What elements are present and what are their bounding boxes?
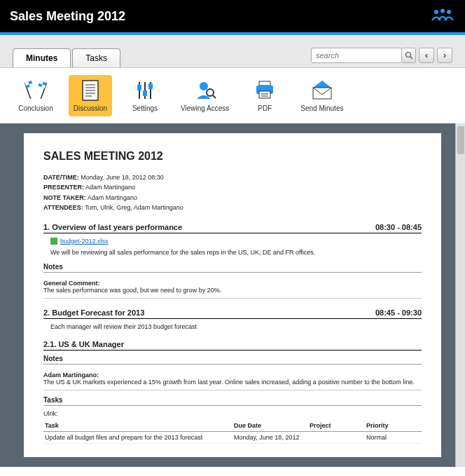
task-desc: Update all budget files and prepare for … [43, 431, 233, 443]
scrollbar-thumb[interactable] [457, 126, 464, 154]
notes-heading: Notes [43, 263, 422, 273]
search-input[interactable] [311, 48, 402, 63]
col-project: Project [308, 420, 365, 432]
agenda-subitem: 2.1. US & UK Manager Notes Adam Martinga… [43, 340, 422, 444]
note-author: General Comment: [43, 280, 422, 287]
search-button[interactable] [402, 48, 416, 63]
nav-next-button[interactable]: › [437, 48, 452, 63]
app-logo-icon [430, 6, 455, 27]
meta-label: DATE/TIME: [43, 174, 79, 181]
col-due: Due Date [233, 420, 308, 432]
envelope-icon [310, 79, 335, 102]
svg-rect-22 [143, 90, 147, 96]
tool-send-minutes[interactable]: Send Minutes [298, 75, 346, 116]
tool-label: Discussion [74, 104, 107, 112]
agenda-description: Each manager will review their 2013 budg… [50, 323, 422, 330]
svg-point-26 [207, 89, 214, 96]
notes-heading: Notes [43, 355, 422, 365]
agenda-title: 2.1. US & UK Manager [43, 340, 124, 348]
tab-minutes[interactable]: Minutes [13, 48, 71, 67]
note: General Comment: The sales performance w… [43, 277, 422, 299]
svg-rect-20 [137, 85, 141, 90]
chevron-left-icon: ‹ [425, 50, 428, 60]
tool-pdf[interactable]: PDF [243, 75, 286, 116]
meta-label: ATTENDEES: [43, 204, 83, 211]
svg-point-2 [447, 10, 451, 14]
xlsx-icon [50, 238, 57, 245]
titlebar: Sales Meeting 2012 [0, 0, 465, 32]
svg-point-1 [440, 9, 445, 13]
tool-label: Send Minutes [300, 104, 343, 112]
meta-value: Adam Martingano [88, 194, 137, 201]
agenda-header: 2. Budget Forecast for 2013 08:45 - 09:3… [43, 308, 422, 319]
task-due: Monday, June 18, 2012 [233, 431, 308, 443]
attachment: budget-2012.xlsx [50, 238, 422, 245]
doc-title: SALES MEETING 2012 [43, 150, 422, 163]
tasks-heading: Tasks [43, 396, 422, 406]
agenda-title: 2.2. DE Manager [43, 456, 103, 457]
agenda-title: 2. Budget Forecast for 2013 [43, 308, 144, 317]
note-author: Adam Martingano: [43, 372, 422, 379]
agenda-subitem: 2.2. DE Manager Notes [43, 456, 422, 457]
toolbar: Conclusion Discussion Settings Viewing A… [0, 68, 465, 123]
note-body: The sales performance was good, but we n… [43, 287, 221, 294]
note-body: The US & UK markets experienced a 15% gr… [43, 379, 415, 386]
vertical-scrollbar[interactable] [455, 123, 465, 467]
svg-rect-24 [148, 83, 153, 89]
tool-label: Settings [132, 104, 158, 112]
search-area: ‹ › [311, 48, 452, 67]
agenda-item: 1. Overview of last years performance 08… [43, 223, 422, 299]
agenda-header: 1. Overview of last years performance 08… [43, 223, 422, 233]
user-search-icon [193, 79, 218, 102]
meta-label: PRESENTER: [43, 184, 84, 191]
nav-prev-button[interactable]: ‹ [419, 48, 434, 63]
meta-label: NOTE TAKER: [43, 194, 86, 201]
meta-value: Tom, Ulrik, Greg, Adam Martingano [85, 204, 183, 211]
svg-point-25 [200, 82, 208, 90]
tab-tasks[interactable]: Tasks [72, 48, 120, 67]
tabs: Minutes Tasks [13, 48, 122, 67]
note: Adam Martingano: The US & UK markets exp… [43, 369, 422, 390]
task-project [308, 431, 365, 443]
agenda-time: 08:30 - 08:45 [375, 223, 422, 231]
tool-conclusion[interactable]: Conclusion [14, 75, 57, 116]
svg-rect-28 [259, 81, 270, 86]
flags-icon [23, 79, 48, 102]
app-window: Sales Meeting 2012 Minutes Tasks ‹ › Con… [0, 0, 465, 476]
doc-meta: DATE/TIME: Monday, June 18, 2012 08:30 P… [43, 172, 422, 213]
agenda-header: 2.2. DE Manager [43, 456, 422, 457]
tool-label: PDF [258, 104, 272, 112]
task-table: Task Due Date Project Priority Update al… [43, 420, 422, 444]
agenda-time: 08:45 - 09:30 [375, 308, 422, 317]
task-assignee: Ulrik: [43, 410, 422, 417]
meta-value: Monday, June 18, 2012 08:30 [81, 174, 163, 181]
svg-line-27 [213, 95, 216, 98]
agenda-title: 1. Overview of last years performance [43, 223, 182, 231]
attachment-link[interactable]: budget-2012.xlsx [60, 238, 109, 245]
tool-settings[interactable]: Settings [123, 75, 167, 116]
agenda-item: 2. Budget Forecast for 2013 08:45 - 09:3… [43, 308, 422, 330]
sliders-icon [132, 79, 158, 102]
task-priority: Normal [365, 431, 422, 443]
document: SALES MEETING 2012 DATE/TIME: Monday, Ju… [24, 133, 441, 457]
document-icon [78, 79, 103, 102]
tab-row: Minutes Tasks ‹ › [0, 42, 465, 68]
agenda-description: We will be reviewing all sales performan… [50, 249, 422, 256]
svg-line-4 [410, 57, 412, 59]
meta-value: Adam Martingano [85, 184, 135, 191]
printer-icon [252, 79, 277, 102]
chevron-right-icon: › [443, 50, 446, 60]
tool-label: Viewing Access [181, 104, 229, 112]
agenda-header: 2.1. US & UK Manager [43, 340, 422, 351]
tool-viewing-access[interactable]: Viewing Access [178, 75, 232, 116]
tool-discussion[interactable]: Discussion [69, 75, 112, 116]
document-viewport: SALES MEETING 2012 DATE/TIME: Monday, Ju… [0, 123, 465, 467]
task-row: Update all budget files and prepare for … [43, 431, 422, 443]
svg-rect-30 [259, 91, 270, 98]
spacer [0, 35, 465, 42]
col-task: Task [43, 420, 233, 432]
search-icon [405, 51, 413, 60]
svg-point-3 [405, 53, 410, 57]
window-title: Sales Meeting 2012 [10, 9, 125, 24]
svg-point-0 [434, 10, 438, 14]
